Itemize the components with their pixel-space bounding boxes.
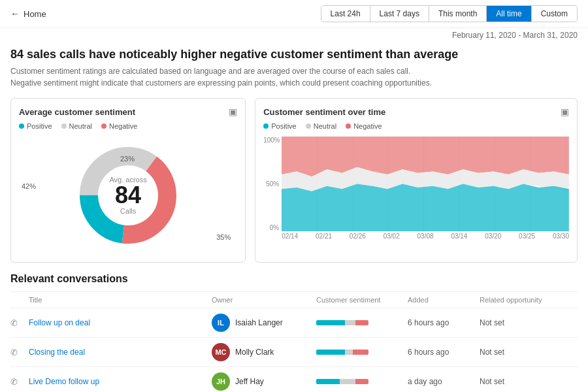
y-100: 100% (263, 137, 279, 144)
legend-neutral: Neutral (61, 122, 92, 130)
charts-row: Average customer sentiment ▣ Positive Ne… (10, 98, 578, 263)
donut-export-icon[interactable]: ▣ (229, 106, 237, 117)
owner-name: Jeff Hay (235, 377, 264, 386)
area-legend-neutral-label: Neutral (314, 122, 336, 130)
time-filter-custom[interactable]: Custom (532, 6, 577, 22)
area-legend-neutral: Neutral (306, 122, 336, 130)
row-owner: JH Jeff Hay (212, 372, 316, 391)
donut-legend: Positive Neutral Negative (19, 122, 237, 130)
col-added-header: Added (408, 296, 480, 304)
area-export-icon[interactable]: ▣ (561, 106, 569, 117)
back-link[interactable]: ← Home (10, 8, 46, 19)
row-opportunity: Not set (480, 318, 578, 327)
col-sentiment-header: Customer sentiment (316, 296, 408, 304)
x-label: 03/02 (384, 233, 400, 240)
area-svg-container (282, 137, 569, 231)
row-title[interactable]: Follow up on deal (29, 318, 212, 327)
sentiment-positive (316, 320, 345, 325)
area-legend: Positive Neutral Negative (263, 122, 569, 130)
legend-negative-label: Negative (109, 122, 137, 130)
area-svg (282, 137, 569, 231)
sentiment-neutral (345, 320, 355, 325)
table-row[interactable]: ✆ Live Demo follow up JH Jeff Hay a day … (10, 367, 578, 392)
sentiment-bar-cell (316, 320, 408, 325)
subtitle-line1: Customer sentiment ratings are calculate… (10, 65, 578, 77)
donut-chart-card: Average customer sentiment ▣ Positive Ne… (10, 98, 246, 263)
neutral-dot (61, 123, 67, 129)
legend-positive: Positive (19, 122, 52, 130)
table-header: Title Owner Customer sentiment Added Rel… (10, 292, 578, 308)
y-axis: 100% 50% 0% (263, 137, 282, 231)
x-label: 03/08 (417, 233, 434, 240)
time-filter-alltime[interactable]: All time (487, 6, 531, 22)
sentiment-negative (355, 379, 368, 384)
header: ← Home Last 24hLast 7 daysThis monthAll … (0, 0, 588, 28)
y-0: 0% (263, 224, 279, 231)
owner-name: Molly Clark (235, 348, 274, 357)
sentiment-bar-cell (316, 350, 408, 355)
x-label: 03/20 (485, 233, 501, 240)
col-title-header: Title (29, 296, 212, 304)
back-label: Home (24, 9, 46, 19)
avatar: MC (212, 343, 230, 361)
main-content: 84 sales calls have noticeably higher ne… (0, 42, 588, 392)
date-range: February 11, 2020 - March 31, 2020 (0, 28, 588, 42)
row-added: a day ago (408, 377, 480, 386)
sentiment-bar (316, 320, 368, 325)
sentiment-positive (316, 379, 340, 384)
donut-title-row: Average customer sentiment ▣ (19, 106, 237, 117)
phone-icon: ✆ (10, 377, 29, 387)
area-legend-positive-label: Positive (271, 122, 297, 130)
area-neutral-dot (306, 123, 311, 129)
row-added: 6 hours ago (408, 318, 480, 327)
subtitle-line2: Negative sentiment might indicate that c… (10, 77, 578, 89)
x-label: 02/21 (316, 233, 332, 240)
avatar: JH (212, 372, 230, 391)
subtitle: Customer sentiment ratings are calculate… (10, 65, 578, 89)
legend-negative: Negative (101, 122, 137, 130)
x-label: 02/26 (350, 233, 366, 240)
row-opportunity: Not set (480, 377, 578, 386)
sentiment-bar (316, 379, 368, 384)
sentiment-bar-cell (316, 379, 408, 384)
sentiment-neutral (340, 379, 355, 384)
table-body: ✆ Follow up on deal IL Isaiah Langer 6 h… (10, 308, 578, 392)
row-opportunity: Not set (480, 348, 578, 357)
area-legend-negative: Negative (346, 122, 382, 130)
x-axis-labels: 02/1402/2102/2603/0203/0803/1403/2003/25… (263, 231, 569, 240)
pct-neutral: 35% (216, 233, 231, 241)
sentiment-negative (355, 320, 368, 325)
row-title[interactable]: Live Demo follow up (29, 377, 212, 386)
row-title[interactable]: Closing the deal (29, 348, 212, 357)
area-chart-wrapper: 100% 50% 0% (263, 137, 569, 231)
col-opportunity-header: Related opportunity (480, 296, 578, 304)
donut-container: Avg. across 84 Calls 23% 35% 42% (19, 137, 237, 254)
donut-chart-title: Average customer sentiment (19, 107, 135, 117)
conversations-title: Relevant conversations (10, 273, 578, 285)
row-added: 6 hours ago (408, 348, 480, 357)
sentiment-neutral (345, 350, 353, 355)
y-50: 50% (263, 180, 279, 188)
time-filter-thismonth[interactable]: This month (429, 6, 487, 22)
table-row[interactable]: ✆ Closing the deal MC Molly Clark 6 hour… (10, 338, 578, 367)
sentiment-negative (353, 350, 368, 355)
area-chart-title: Customer sentiment over time (263, 107, 385, 117)
conversations-table: Title Owner Customer sentiment Added Rel… (10, 291, 578, 392)
table-row[interactable]: ✆ Follow up on deal IL Isaiah Langer 6 h… (10, 308, 578, 338)
area-chart-card: Customer sentiment over time ▣ Positive … (255, 98, 578, 263)
owner-name: Isaiah Langer (235, 318, 283, 327)
col-owner-header: Owner (212, 296, 316, 304)
time-filter-last7days[interactable]: Last 7 days (370, 6, 429, 22)
donut-svg (69, 137, 187, 254)
positive-dot (19, 123, 24, 129)
area-title-row: Customer sentiment over time ▣ (263, 106, 569, 117)
negative-dot (101, 123, 106, 129)
pct-negative: 42% (22, 182, 36, 190)
sentiment-bar (316, 350, 368, 355)
conversations-section: Relevant conversations Title Owner Custo… (10, 273, 578, 392)
time-filter-last24h[interactable]: Last 24h (321, 6, 370, 22)
row-owner: MC Molly Clark (212, 343, 316, 361)
phone-icon: ✆ (10, 348, 29, 357)
area-positive-dot (263, 123, 269, 129)
phone-icon: ✆ (10, 318, 29, 328)
